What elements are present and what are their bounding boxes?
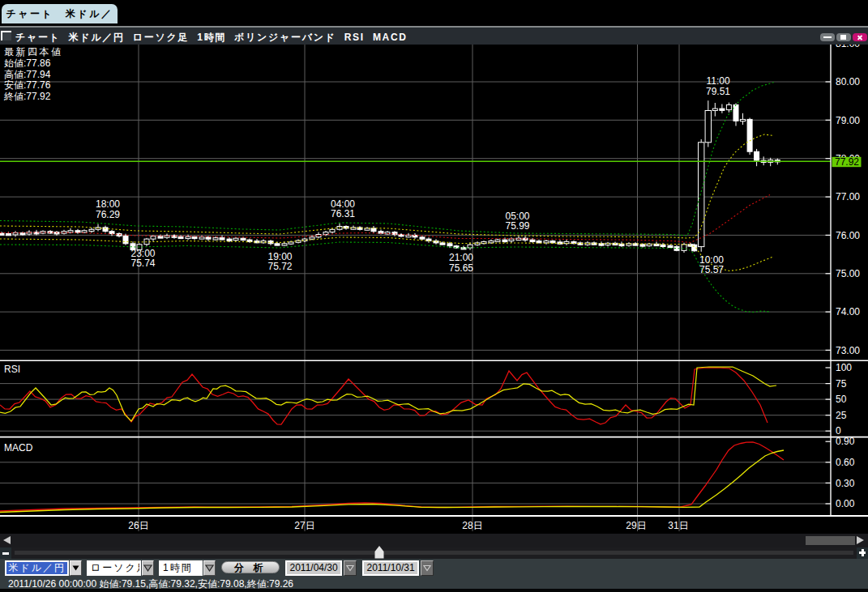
svg-text:最新四本値: 最新四本値 (4, 46, 63, 57)
svg-text:77.00: 77.00 (836, 191, 860, 202)
svg-text:100: 100 (836, 362, 852, 373)
svg-text:安値:77.76: 安値:77.76 (4, 79, 51, 91)
svg-text:50: 50 (836, 394, 847, 405)
svg-text:28日: 28日 (462, 520, 482, 531)
svg-text:25: 25 (836, 410, 847, 421)
svg-text:26日: 26日 (128, 520, 148, 531)
svg-text:75.65: 75.65 (449, 262, 473, 274)
svg-text:73.00: 73.00 (836, 345, 860, 356)
svg-text:0: 0 (836, 425, 841, 437)
svg-text:76.00: 76.00 (836, 230, 860, 241)
svg-text:0.60: 0.60 (836, 457, 855, 468)
svg-text:75.99: 75.99 (505, 220, 529, 232)
svg-text:高値:77.94: 高値:77.94 (4, 69, 51, 80)
svg-text:75.00: 75.00 (836, 268, 860, 279)
svg-text:77.92: 77.92 (835, 156, 859, 168)
svg-text:RSI: RSI (4, 364, 20, 375)
svg-text:0.00: 0.00 (836, 498, 855, 509)
svg-text:29日: 29日 (626, 520, 646, 531)
svg-text:80.00: 80.00 (836, 76, 860, 87)
svg-text:75: 75 (836, 378, 847, 390)
svg-text:76.29: 76.29 (96, 209, 120, 220)
svg-text:74.00: 74.00 (836, 306, 860, 317)
svg-text:終値:77.92: 終値:77.92 (3, 91, 51, 102)
svg-text:75.74: 75.74 (130, 258, 155, 269)
svg-text:79.00: 79.00 (836, 115, 860, 126)
svg-text:79.51: 79.51 (706, 86, 730, 97)
svg-text:75.57: 75.57 (699, 264, 724, 275)
svg-text:0.30: 0.30 (836, 478, 855, 489)
svg-text:0.90: 0.90 (836, 436, 855, 447)
svg-text:31日: 31日 (668, 520, 688, 531)
svg-text:76.31: 76.31 (331, 208, 355, 219)
svg-text:MACD: MACD (4, 442, 33, 454)
svg-text:75.72: 75.72 (267, 261, 292, 272)
svg-text:27日: 27日 (294, 520, 314, 531)
svg-text:始値:77.86: 始値:77.86 (4, 57, 51, 69)
